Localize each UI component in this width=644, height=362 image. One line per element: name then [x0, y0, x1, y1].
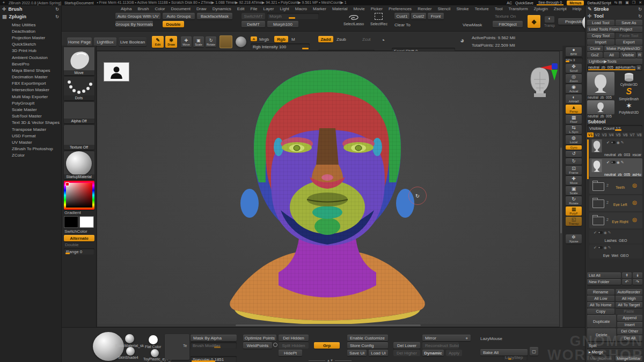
- import-button[interactable]: Import: [587, 39, 614, 45]
- subtool-row[interactable]: ✔ ◉ ✎ neutral_zb_003_xscanStorePG: [589, 138, 642, 157]
- scale-button[interactable]: ▣Scale: [193, 36, 204, 47]
- material-thumb-basicmaterial[interactable]: [125, 334, 134, 343]
- split-button[interactable]: Split: [587, 343, 642, 349]
- menu-item[interactable]: Render: [418, 6, 431, 11]
- stroke-panel-header[interactable]: ✎ Stroke ↻: [587, 5, 642, 13]
- del-hidden-button[interactable]: Del Hidden: [279, 335, 309, 341]
- copy-button[interactable]: Copy: [587, 308, 614, 314]
- auto-groups-with-uv-button[interactable]: Auto Groups With UV: [115, 13, 160, 19]
- document-name[interactable]: StartupDocument: [64, 1, 93, 5]
- refresh-icon[interactable]: ↻: [638, 14, 642, 19]
- xpose-button[interactable]: ✲Xpose: [566, 234, 582, 243]
- menu-item[interactable]: Zscript: [554, 6, 567, 11]
- redo-button[interactable]: ↻: [566, 158, 582, 165]
- paint-icon[interactable]: ◆: [528, 15, 540, 28]
- ac-button[interactable]: AC: [507, 1, 512, 5]
- append-button[interactable]: Append: [617, 315, 643, 321]
- sidebar-item[interactable]: FBX ExportImport: [0, 80, 61, 87]
- draw-button[interactable]: ✱Draw: [165, 36, 177, 48]
- clone-button[interactable]: Clone: [587, 46, 603, 51]
- tab-v6[interactable]: V6: [622, 132, 628, 137]
- folder-target-icon[interactable]: ◎: [632, 217, 637, 223]
- menu-item[interactable]: Light: [280, 6, 289, 11]
- cust2-button[interactable]: Cust2: [411, 13, 426, 19]
- selectlasso-icon[interactable]: [348, 13, 360, 23]
- move-button[interactable]: ✚Move: [181, 36, 192, 47]
- export-button[interactable]: Export: [616, 39, 643, 45]
- transp-button[interactable]: ◱Transp: [566, 217, 582, 226]
- groups-by-normals-button[interactable]: Groups By Normals: [115, 21, 153, 27]
- defaultzscript-button[interactable]: DefaultZScript: [587, 1, 611, 5]
- camera-view-indicator[interactable]: [528, 67, 552, 98]
- scroll-button[interactable]: ✥Scroll: [566, 64, 582, 73]
- bake-icon[interactable]: ▢: [530, 347, 538, 356]
- load-tool-button[interactable]: Load Tool: [587, 20, 614, 26]
- model-head[interactable]: [227, 67, 436, 328]
- close-icon[interactable]: ✕: [639, 1, 642, 5]
- sculptris-button[interactable]: [219, 35, 232, 48]
- weldpoints-radio[interactable]: [273, 343, 277, 347]
- zoom-button[interactable]: ◎Zoom: [566, 74, 582, 83]
- store-config-button[interactable]: Store Config: [347, 342, 388, 349]
- refresh-icon[interactable]: ↻: [55, 7, 59, 12]
- zadd-button[interactable]: Zadd: [318, 36, 333, 42]
- window-icon[interactable]: ❐: [632, 1, 635, 5]
- load-ui-button[interactable]: Load Ui: [369, 350, 388, 356]
- sidebar-item[interactable]: Multi Map Exporter: [0, 93, 61, 100]
- copy-tool-button[interactable]: Copy Tool: [587, 33, 614, 39]
- sidebar-item[interactable]: Intersection Masker: [0, 87, 61, 93]
- menu-item[interactable]: Texture: [475, 6, 489, 11]
- sidebar-item[interactable]: QuickSketch: [0, 41, 61, 48]
- seethrough-slider[interactable]: See-through 0: [537, 1, 564, 5]
- sidebar-item[interactable]: Deactivation: [0, 28, 61, 34]
- viewmask-button[interactable]: ViewMask: [463, 23, 482, 27]
- material-thumb[interactable]: StartupMaterial: [64, 151, 94, 179]
- material-thumb-toyplastic[interactable]: [151, 349, 159, 357]
- menu-item[interactable]: Edit: [237, 6, 245, 11]
- document-thumbnail[interactable]: [104, 62, 129, 82]
- menu-item[interactable]: Help: [573, 6, 581, 11]
- sidebar-item[interactable]: ZColor: [0, 152, 61, 159]
- duplicate-button[interactable]: Duplicate: [587, 315, 616, 328]
- goz-r-button[interactable]: R: [637, 52, 642, 58]
- brush-modifier-slider[interactable]: Brush Modifier: [191, 342, 237, 349]
- specular-slider[interactable]: Specular 0.1851: [191, 356, 237, 362]
- sidebar-item[interactable]: USD Format: [0, 132, 61, 139]
- floor-button[interactable]: ▦Floor: [566, 115, 582, 124]
- quicksave-button[interactable]: QuickSave: [515, 1, 533, 5]
- menu-item[interactable]: Picker: [371, 6, 383, 11]
- menu-item[interactable]: Layer: [263, 6, 274, 11]
- del-lower-button[interactable]: Del Lower: [393, 342, 420, 349]
- menu-item[interactable]: Tool: [495, 6, 503, 11]
- delmt-button[interactable]: DelMT: [241, 21, 265, 27]
- subtool-row-selected[interactable]: ✔ ◉ ✎ neutral_zb_005_asHumanTram: [589, 158, 642, 177]
- sidebar-item[interactable]: UV Master: [0, 139, 61, 145]
- texture-thumb[interactable]: Texture Off: [64, 125, 94, 150]
- menu-item[interactable]: Document: [171, 6, 191, 11]
- material-label[interactable]: Flat Color: [145, 345, 161, 349]
- folder-target-icon[interactable]: ◎: [632, 182, 637, 188]
- sidebar-item[interactable]: Decimation Master: [0, 74, 61, 80]
- mask-by-alpha-button[interactable]: Mask By Alpha: [191, 335, 237, 341]
- local-button[interactable]: ◍Local: [566, 135, 582, 144]
- tool-rename-button[interactable]: R: [636, 65, 641, 70]
- hidept-button[interactable]: HidePt: [279, 350, 302, 356]
- gradient-label[interactable]: Gradient: [64, 210, 96, 215]
- current-brush-thumb[interactable]: Move: [64, 47, 94, 75]
- grp-button[interactable]: Grp: [314, 342, 340, 349]
- backfacemask-button[interactable]: BackfaceMask: [197, 13, 232, 19]
- frame-button[interactable]: ⊡Frame: [566, 166, 582, 175]
- color-picker[interactable]: [64, 181, 94, 210]
- cust1-button[interactable]: Cust1: [394, 13, 409, 19]
- lazymouse-button[interactable]: LazyMouse: [480, 336, 502, 341]
- tab-v5[interactable]: V5: [615, 132, 621, 137]
- tab-v2[interactable]: V2: [594, 132, 601, 137]
- tool-thumb-polymesh3d[interactable]: ✶: [616, 101, 643, 110]
- rotate3d-button[interactable]: ↻Rotate: [566, 196, 582, 205]
- sidebar-item[interactable]: Scale Master: [0, 106, 61, 113]
- sidebar-item[interactable]: Transpose Master: [0, 126, 61, 132]
- save-as-button[interactable]: Save As: [616, 20, 643, 26]
- folder-target-icon[interactable]: ◎: [632, 200, 637, 205]
- mirror-button[interactable]: Mirror●: [422, 335, 471, 341]
- subtool-panel-header[interactable]: Subtool: [587, 118, 642, 124]
